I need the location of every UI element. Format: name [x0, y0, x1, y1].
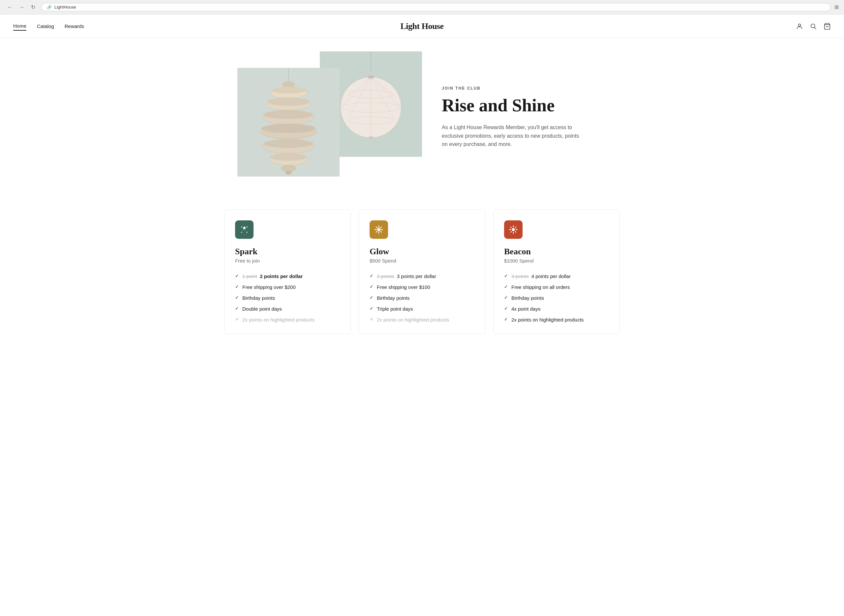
site-navigation: Home Catalog Rewards Light House [0, 15, 844, 38]
check-icon: ✓ [235, 295, 239, 300]
reload-button[interactable]: ↻ [29, 3, 37, 11]
beacon-price: $1000 Spend [504, 258, 609, 264]
browser-controls: ← → ↻ [5, 3, 37, 11]
highlight-text: 2 points per dollar [260, 273, 303, 279]
beacon-icon [504, 220, 522, 239]
svg-line-46 [381, 227, 381, 228]
svg-point-18 [368, 136, 373, 139]
feature-text: Birthday points [242, 295, 275, 301]
cart-icon[interactable] [823, 23, 831, 30]
feature-item: ✓ 1 point 2 points per dollar [235, 273, 340, 280]
account-icon[interactable] [796, 23, 803, 30]
strikethrough-text: 1 point [242, 273, 257, 279]
hero-content: JOIN THE CLUB Rise and Shine As a Light … [442, 86, 620, 148]
svg-line-2 [814, 27, 816, 29]
feature-text: 2x points on highlighted products [242, 316, 315, 323]
strikethrough-text: 3 points [511, 273, 529, 279]
feature-text: Triple point days [377, 305, 413, 312]
feature-item: ✓ Birthday points [504, 295, 609, 301]
feature-item: ✓ Triple point days [370, 305, 474, 312]
nav-home[interactable]: Home [13, 22, 26, 31]
feature-text: 2x points on highlighted products [511, 316, 584, 323]
svg-point-24 [267, 98, 310, 106]
svg-point-35 [241, 226, 242, 227]
feature-item: ✓ 3 points 4 points per dollar [504, 273, 609, 280]
x-icon: ✕ [235, 317, 239, 322]
check-icon: ✓ [235, 273, 239, 278]
link-icon: 🔗 [47, 5, 52, 10]
browser-chrome: ← → ↻ 🔗 LightHouse ⊞ [0, 0, 844, 15]
nav-right [796, 23, 831, 30]
glow-price: $500 Spend [370, 258, 474, 264]
reader-icon[interactable]: ⊞ [834, 4, 839, 10]
search-icon[interactable] [810, 23, 817, 30]
svg-point-38 [246, 232, 248, 233]
x-icon: ✕ [370, 317, 373, 322]
feature-item-inactive: ✕ 2x points on highlighted products [370, 316, 474, 323]
check-icon: ✓ [235, 306, 239, 311]
svg-line-44 [376, 227, 377, 228]
feature-text: Double point days [242, 305, 282, 312]
svg-point-17 [368, 75, 374, 79]
svg-point-39 [377, 228, 380, 231]
feature-item: ✓ Free shipping on all orders [504, 284, 609, 290]
url-text: LightHouse [54, 4, 76, 10]
svg-point-36 [246, 226, 248, 227]
spark-price: Free to join [235, 258, 340, 264]
spark-icon [235, 220, 253, 239]
beacon-name: Beacon [504, 247, 609, 257]
nav-catalog[interactable]: Catalog [37, 22, 54, 30]
hero-image-front [237, 68, 340, 177]
feature-item-inactive: ✕ 2x points on highlighted products [235, 316, 340, 323]
svg-point-22 [271, 87, 306, 94]
feature-item: ✓ Free shipping over $100 [370, 284, 474, 290]
spark-features: ✓ 1 point 2 points per dollar ✓ Free shi… [235, 273, 340, 323]
tier-card-glow: Glow $500 Spend ✓ 2 points 3 points per … [359, 210, 485, 334]
feature-text: 3 points 4 points per dollar [511, 273, 571, 280]
svg-point-37 [241, 232, 242, 233]
check-icon: ✓ [504, 273, 508, 278]
svg-point-32 [271, 154, 307, 161]
feature-text: 2 points 3 points per dollar [377, 273, 436, 280]
svg-line-47 [376, 231, 377, 232]
nav-left: Home Catalog Rewards [13, 22, 84, 31]
feature-text: Free shipping over $100 [377, 284, 430, 290]
svg-point-34 [285, 171, 292, 175]
feature-text: 2x points on highlighted products [377, 316, 449, 323]
feature-text: 4x point days [511, 305, 540, 312]
check-icon: ✓ [370, 306, 373, 311]
back-button[interactable]: ← [5, 4, 15, 11]
glow-name: Glow [370, 247, 474, 257]
feature-text: 1 point 2 points per dollar [242, 273, 303, 280]
feature-item: ✓ Birthday points [235, 295, 340, 301]
hero-description: As a Light House Rewards Member, you'll … [442, 123, 580, 148]
hero-title: Rise and Shine [442, 96, 620, 115]
check-icon: ✓ [504, 306, 508, 311]
svg-point-20 [282, 82, 294, 87]
tier-card-spark: Spark Free to join ✓ 1 point 2 points pe… [224, 210, 351, 334]
feature-text: Birthday points [377, 295, 409, 301]
check-icon: ✓ [235, 284, 239, 289]
address-bar[interactable]: 🔗 LightHouse [41, 3, 831, 11]
feature-text: Birthday points [511, 295, 544, 301]
hero-eyebrow: JOIN THE CLUB [442, 86, 620, 91]
beacon-features: ✓ 3 points 4 points per dollar ✓ Free sh… [504, 273, 609, 323]
feature-text: Free shipping over $200 [242, 284, 296, 290]
forward-button[interactable]: → [17, 4, 26, 11]
svg-point-1 [811, 24, 815, 28]
feature-item: ✓ Double point days [235, 305, 340, 312]
check-icon: ✓ [370, 295, 373, 300]
check-icon: ✓ [504, 317, 508, 322]
check-icon: ✓ [504, 295, 508, 300]
nav-rewards[interactable]: Rewards [65, 22, 84, 30]
hero-section: JOIN THE CLUB Rise and Shine As a Light … [211, 38, 633, 203]
check-icon: ✓ [370, 273, 373, 278]
spark-name: Spark [235, 247, 340, 257]
feature-item: ✓ Free shipping over $200 [235, 284, 340, 290]
strikethrough-text: 2 points [377, 273, 394, 279]
check-icon: ✓ [504, 284, 508, 289]
feature-item: ✓ 2 points 3 points per dollar [370, 273, 474, 280]
feature-text: Free shipping on all orders [511, 284, 570, 290]
svg-point-48 [512, 228, 515, 231]
svg-line-45 [381, 231, 381, 232]
